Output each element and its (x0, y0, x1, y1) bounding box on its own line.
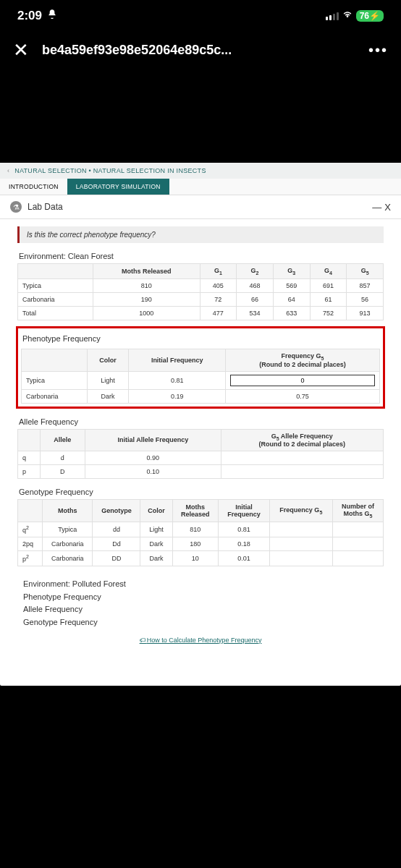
phenotype-title: Phenotype Frequency (18, 331, 383, 346)
status-bar: 2:09 76⚡ (0, 0, 401, 32)
table-row: Typica 810 405 468 569 691 857 (18, 278, 384, 292)
alert-message: Is this the correct phenotype frequency? (17, 226, 384, 243)
more-icon[interactable]: ••• (368, 42, 388, 59)
main-panel: Is this the correct phenotype frequency?… (0, 226, 401, 657)
table-row: q2 Typica dd Light 810 0.81 (18, 522, 384, 537)
footer-genotype: Genotype Frequency (23, 616, 378, 629)
genotype-title: Genotype Frequency (13, 485, 388, 499)
table-row: Carbonaria Dark 0.19 0.75 (22, 389, 380, 403)
allele-title: Allele Frequency (13, 414, 388, 429)
breadcrumb[interactable]: ‹ NATURAL SELECTION • NATURAL SELECTION … (0, 163, 401, 179)
table-row: 2pq Carbonaria Dd Dark 180 0.18 (18, 537, 384, 551)
table-row: Typica Light 0.81 (22, 371, 380, 389)
tab-introduction[interactable]: INTRODUCTION (0, 179, 67, 195)
environment-polluted-label: Environment: Polluted Forest (23, 578, 378, 591)
wifi-icon (342, 9, 353, 24)
table-row: p2 Carbonaria DD Dark 10 0.01 (18, 551, 384, 566)
battery-indicator: 76⚡ (356, 10, 384, 22)
dnd-icon (46, 9, 58, 24)
flask-icon: ⚗ (10, 201, 22, 213)
table-row: p D 0.10 (18, 465, 384, 479)
signal-icon (326, 12, 339, 20)
tabs: INTRODUCTION LABORATORY SIMULATION (0, 179, 401, 195)
environment-clean-label: Environment: Clean Forest (13, 249, 388, 263)
close-icon[interactable]: ✕ (13, 39, 29, 61)
content-area: ‹ NATURAL SELECTION • NATURAL SELECTION … (0, 163, 401, 686)
phenotype-table: Color Initial Frequency Frequency G5(Rou… (21, 349, 380, 404)
phenotype-highlight: Phenotype Frequency Color Initial Freque… (16, 326, 385, 409)
table-row: Carbonaria 190 72 66 64 61 56 (18, 292, 384, 306)
chevron-left-icon: ‹ (7, 167, 9, 174)
panel-title: Lab Data (28, 202, 63, 212)
browser-header: ✕ be4a59ef93e98e52064e89c5c... ••• (0, 32, 401, 69)
allele-table: Allele Initial Allele Frequency G5 Allel… (17, 429, 384, 480)
status-time: 2:09 (17, 9, 42, 23)
panel-header: ⚗ Lab Data — X (0, 195, 401, 219)
url-display: be4a59ef93e98e52064e89c5c... (42, 43, 355, 58)
footer-phenotype: Phenotype Frequency (23, 591, 378, 604)
minimize-close[interactable]: — X (372, 202, 391, 213)
table-row: Total 1000 477 534 633 752 913 (18, 306, 384, 320)
calculate-link[interactable]: How to Calculate Phenotype Frequency (13, 629, 388, 647)
tab-laboratory-simulation[interactable]: LABORATORY SIMULATION (67, 179, 169, 195)
moths-released-table: Moths Released G1 G2 G3 G4 G5 Typica 810… (17, 263, 384, 320)
footer-section: Environment: Polluted Forest Phenotype F… (13, 572, 388, 629)
table-row: q d 0.90 (18, 451, 384, 465)
phenotype-typica-input[interactable] (230, 375, 375, 386)
genotype-table: Moths Genotype Color MothsReleased Initi… (17, 499, 384, 566)
footer-allele: Allele Frequency (23, 603, 378, 616)
